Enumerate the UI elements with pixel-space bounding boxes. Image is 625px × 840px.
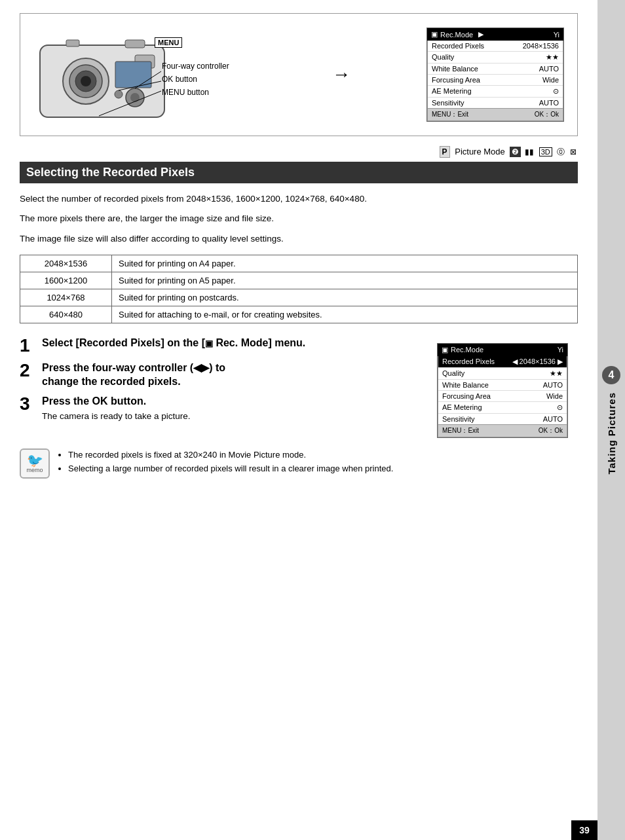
chapter-title: Taking Pictures bbox=[606, 392, 617, 475]
table-row: 640×480 Suited for attaching to e-mail, … bbox=[20, 306, 578, 323]
desc-2048: Suited for printing on A4 paper. bbox=[112, 255, 578, 272]
step-2: 2 Press the four-way controller (◀▶) toc… bbox=[20, 361, 424, 389]
table-row: 1024×768 Suited for printing on postcard… bbox=[20, 289, 578, 306]
step-3-title: Press the OK button. bbox=[42, 395, 424, 409]
step-menu-row-ae: AE Metering ⊙ bbox=[438, 402, 567, 414]
picture-mode-label: Picture Mode bbox=[455, 147, 505, 156]
mode-icon-grid: ⊠ bbox=[570, 147, 577, 156]
step-2-title: Press the four-way controller (◀▶) tocha… bbox=[42, 361, 424, 389]
menu-row-sensitivity: Sensitivity AUTO bbox=[428, 98, 563, 108]
body-para2: The more pixels there are, the larger th… bbox=[20, 212, 578, 225]
step-2-content: Press the four-way controller (◀▶) tocha… bbox=[42, 361, 424, 389]
right-sidebar: 4 Taking Pictures bbox=[597, 0, 625, 840]
step-2-number: 2 bbox=[20, 361, 35, 380]
pixel-table: 2048×1536 Suited for printing on A4 pape… bbox=[20, 255, 578, 323]
steps-list: 1 Select [Recorded Pixels] on the [▣ Rec… bbox=[20, 337, 424, 428]
diagram-arrow: → bbox=[332, 64, 350, 85]
svg-rect-8 bbox=[115, 62, 151, 88]
menu-row-focussing-area: Forcusing Area Wide bbox=[428, 75, 563, 86]
step-1-content: Select [Recorded Pixels] on the [▣ Rec. … bbox=[42, 337, 424, 350]
step-1: 1 Select [Recorded Pixels] on the [▣ Rec… bbox=[20, 337, 424, 355]
mode-icon-movie: ▮▮ bbox=[525, 147, 534, 156]
step-menu-row-wb: White Balance AUTO bbox=[438, 380, 567, 391]
size-1600: 1600×1200 bbox=[20, 272, 112, 289]
ok-button-label: OK button bbox=[162, 75, 197, 84]
step-1-number: 1 bbox=[20, 337, 35, 355]
svg-rect-6 bbox=[125, 40, 145, 48]
step-1-title: Select [Recorded Pixels] on the [▣ Rec. … bbox=[42, 337, 424, 350]
step-menu-ok: OK：Ok bbox=[539, 426, 563, 435]
step-menu-row-quality: Quality ★★ bbox=[438, 368, 567, 380]
memo-text-label: memo bbox=[26, 467, 43, 473]
step-3-content: Press the OK button. The camera is ready… bbox=[42, 395, 424, 421]
mode-icon-circle: ⓪ bbox=[557, 147, 565, 156]
step-3: 3 Press the OK button. The camera is rea… bbox=[20, 395, 424, 421]
step-3-sub: The camera is ready to take a picture. bbox=[42, 411, 424, 421]
step-menu-row-recorded: Recorded Pixels ◀ 2048×1536 ▶ bbox=[438, 356, 567, 368]
rec-mode-icon: ▣ bbox=[431, 30, 438, 39]
step-menu-right: Yi bbox=[558, 346, 563, 354]
page-number: 39 bbox=[571, 820, 597, 840]
step-rec-icon: ▣ bbox=[442, 346, 448, 354]
menu-footer-exit: MENU：Exit bbox=[432, 110, 468, 119]
menu-row-ae-metering: AE Metering ⊙ bbox=[428, 86, 563, 98]
desc-640: Suited for attaching to e-mail, or for c… bbox=[112, 306, 578, 323]
memo-item-1: The recorded pixels is fixed at 320×240 … bbox=[68, 448, 393, 462]
step-menu-exit: MENU：Exit bbox=[442, 426, 479, 435]
body-para3: The image file size will also differ acc… bbox=[20, 232, 578, 246]
memo-content: The recorded pixels is fixed at 320×240 … bbox=[58, 448, 393, 476]
camera-diagram: Four-way controller OK button MENU butto… bbox=[33, 26, 256, 124]
bird-icon: 🐦 bbox=[27, 454, 43, 467]
body-para1: Select the number of recorded pixels fro… bbox=[20, 192, 578, 206]
size-2048: 2048×1536 bbox=[20, 255, 112, 272]
menu-row-white-balance: White Balance AUTO bbox=[428, 64, 563, 75]
table-row: 2048×1536 Suited for printing on A4 pape… bbox=[20, 255, 578, 272]
menu-row-quality: Quality ★★ bbox=[428, 52, 563, 64]
picture-mode-line: P Picture Mode ❷ ▮▮ 3D ⓪ ⊠ bbox=[20, 147, 578, 158]
memo-icon: 🐦 memo bbox=[20, 448, 50, 479]
size-1024: 1024×768 bbox=[20, 289, 112, 306]
four-way-label: Four-way controller bbox=[162, 62, 229, 71]
menu-button-label: MENU button bbox=[162, 88, 209, 97]
size-640: 640×480 bbox=[20, 306, 112, 323]
menu-row-recorded-pixels: Recorded Pixels 2048×1536 bbox=[428, 41, 563, 52]
section-heading: Selecting the Recorded Pixels bbox=[20, 162, 578, 183]
step-menu: ▣ Rec.Mode Yi Recorded Pixels ◀ 2048×153… bbox=[437, 343, 568, 438]
top-menu-header-right: Yi bbox=[554, 31, 559, 39]
step-menu-panel: ▣ Rec.Mode Yi Recorded Pixels ◀ 2048×153… bbox=[437, 343, 578, 438]
top-menu-panel: ▣ Rec.Mode ▶ Yi Recorded Pixels 2048×153… bbox=[426, 27, 564, 122]
top-menu-rows: Recorded Pixels 2048×1536 Quality ★★ Whi… bbox=[427, 41, 563, 109]
step-menu-title: Rec.Mode bbox=[451, 346, 483, 354]
step-3-number: 3 bbox=[20, 395, 35, 413]
top-menu-arrow: ▶ bbox=[478, 30, 483, 39]
svg-point-4 bbox=[81, 76, 91, 86]
memo-list: The recorded pixels is fixed at 320×240 … bbox=[68, 448, 393, 476]
step-menu-row-sensitivity: Sensitivity AUTO bbox=[438, 414, 567, 424]
menu-footer-ok: OK：Ok bbox=[535, 110, 559, 119]
p-icon: P bbox=[440, 146, 450, 158]
chapter-number: 4 bbox=[602, 366, 620, 384]
memo-box: 🐦 memo The recorded pixels is fixed at 3… bbox=[20, 448, 578, 479]
svg-point-10 bbox=[130, 93, 140, 102]
main-content: Four-way controller OK button MENU butto… bbox=[0, 0, 597, 498]
memo-item-2: Selecting a large number of recorded pix… bbox=[68, 462, 393, 476]
svg-rect-7 bbox=[66, 40, 79, 46]
step-menu-header: ▣ Rec.Mode Yi bbox=[438, 344, 567, 356]
steps-area: 1 Select [Recorded Pixels] on the [▣ Rec… bbox=[20, 337, 578, 438]
menu-btn-display: MENU bbox=[155, 37, 182, 48]
desc-1600: Suited for printing on A5 paper. bbox=[112, 272, 578, 289]
step-menu-footer: MENU：Exit OK：Ok bbox=[438, 425, 567, 437]
mode-icon-3d: 3D bbox=[539, 147, 552, 156]
svg-point-11 bbox=[115, 90, 123, 98]
top-menu-footer: MENU：Exit OK：Ok bbox=[427, 109, 563, 121]
table-row: 1600×1200 Suited for printing on A5 pape… bbox=[20, 272, 578, 289]
diagram-box: Four-way controller OK button MENU butto… bbox=[20, 13, 578, 136]
desc-1024: Suited for printing on postcards. bbox=[112, 289, 578, 306]
step-menu-row-focus: Forcusing Area Wide bbox=[438, 391, 567, 402]
step-menu-rows: Recorded Pixels ◀ 2048×1536 ▶ Quality ★★… bbox=[438, 356, 567, 425]
mode-icon-2: ❷ bbox=[510, 147, 521, 157]
top-menu-header-title: Rec.Mode bbox=[440, 31, 473, 39]
